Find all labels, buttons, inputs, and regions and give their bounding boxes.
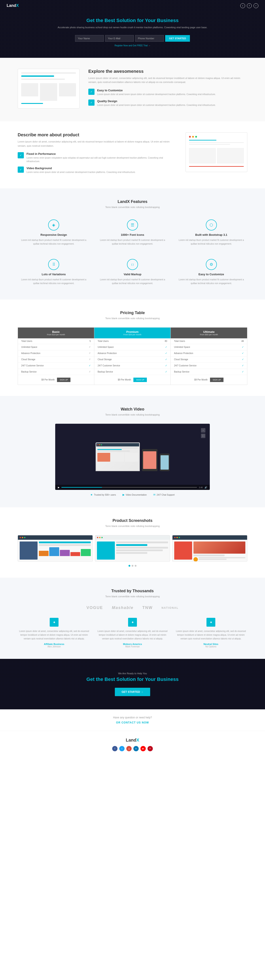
ss1-chart-bar2 — [49, 547, 59, 556]
mockup-dot-red — [189, 136, 191, 138]
video-share-icon[interactable]: ↑ — [201, 428, 205, 433]
dot-nav-2[interactable] — [132, 565, 133, 566]
screenshot-2 — [95, 535, 170, 562]
social-twitter-icon[interactable]: t — [240, 3, 245, 8]
ss3-dot-red — [174, 537, 176, 538]
ss3-row — [193, 557, 246, 562]
social-rss-icon[interactable]: r — [254, 3, 259, 8]
t1-role: Alex Johnson — [18, 645, 91, 648]
ss3-header — [172, 535, 247, 540]
feature-responsive-desc: Lorem init startup tburn product market … — [21, 238, 86, 246]
social-fb-icon[interactable]: f — [247, 3, 252, 8]
footer-tw-icon[interactable]: t — [119, 746, 125, 751]
ss2-sidebar — [97, 541, 115, 560]
footer: LandX f t g in ▶ P — [0, 731, 265, 760]
ss1-chart-bar5 — [81, 549, 91, 556]
describe-item-2: ✓ Video Background Lorem nemo enim ipsum… — [18, 167, 177, 174]
feature-bootstrap: ⬡ Built with Bootstrap 3.1 Lorem init st… — [175, 216, 247, 249]
video-subtitle: Terre blank convertible note rolluting b… — [18, 414, 247, 416]
ultimate-price-label: From $59 per month — [173, 334, 244, 336]
describe-body: Lorem ipsum dolor sit amet, consectetur … — [18, 140, 177, 148]
ss1-dot-red — [20, 537, 21, 538]
ultimate-signup-button[interactable]: SIGN UP — [210, 378, 223, 382]
video-progress-bar[interactable] — [61, 487, 197, 488]
ss2-dot-red — [97, 537, 98, 538]
ultimate-row-3: Advance Protection✓ — [171, 350, 247, 356]
feature-icons: ☰ 1000+ Font Icons Lorem init startup tb… — [96, 216, 169, 249]
ss1-dot-yellow — [22, 537, 23, 538]
feature-bootstrap-desc: Lorem init startup tburn product market … — [179, 238, 244, 246]
feature-customize-desc: Lorem init startup tburn product market … — [179, 278, 244, 285]
basic-price-label: From $19 per month — [21, 334, 91, 336]
video-play-icon[interactable]: ▶ — [58, 486, 60, 488]
phone-screen — [161, 455, 169, 469]
laptop-line3 — [97, 451, 130, 452]
premium-row-2: Unlimited Space✓ — [94, 344, 171, 350]
dot-nav-3[interactable] — [135, 565, 136, 566]
basic-row-2: Unlimited Space✗ — [18, 344, 94, 350]
device-phone — [160, 453, 169, 471]
brand-mashable: Mashable — [112, 606, 133, 610]
feature-markup: { } Valid Markup Lorem init startup tbur… — [96, 256, 169, 288]
video-volume-icon[interactable]: 🔊 — [204, 486, 207, 488]
hero-form: GET STARTED — [5, 35, 260, 42]
t3-role: No Options — [174, 645, 247, 648]
contact-link[interactable]: OR CONTACT US NOW — [116, 721, 149, 724]
screenshots-subtitle: Terre blank convertible note rolluting b… — [18, 525, 247, 527]
explore-item-2-desc: Lorem ipsum dolor sit amet lorem ipsum d… — [97, 103, 216, 107]
testimonials-grid: ✦ Lorem ipsum dolor sit amet, consectetu… — [18, 618, 247, 648]
video-progress-fill — [61, 487, 102, 488]
screenshots-heading: Product Screenshots — [18, 519, 247, 523]
mockup-bar-1 — [21, 72, 76, 74]
pricing-basic: Basic From $19 per month Total Users5 Un… — [18, 328, 94, 385]
ss2-bar5 — [116, 552, 147, 554]
describe-item-1: ✓ Fixed in Performance Lorem nemo enim i… — [18, 152, 177, 163]
trusted-section: Trusted by Thousands Terre blank convert… — [0, 578, 265, 659]
laptop-content — [96, 446, 139, 463]
describe-item-1-title: Fixed in Performance — [27, 152, 177, 156]
footer-pinterest-icon[interactable]: P — [147, 746, 153, 751]
ss2-bar2 — [116, 544, 147, 546]
register-link[interactable]: Register Now and Get FREE Trial — [115, 45, 148, 47]
device-laptop — [96, 442, 140, 471]
footer-youtube-icon[interactable]: ▶ — [140, 746, 146, 751]
video-fullscreen-icon[interactable]: ⛶ — [201, 434, 205, 438]
footer-fb-icon[interactable]: f — [112, 746, 118, 751]
explore-item-2-title: Quality Design — [97, 99, 216, 103]
ss1-dot-green — [24, 537, 26, 538]
dot-nav-1[interactable] — [129, 565, 130, 566]
premium-signup-button[interactable]: SIGN UP — [133, 378, 147, 382]
trusted-subtitle: Terre blank convertible note rolluting b… — [18, 595, 247, 598]
mockup-bar-gray1 — [189, 142, 244, 143]
markup-icon: { } — [127, 259, 138, 270]
get-started-button[interactable]: GET STARTED — [165, 35, 190, 42]
mockup-bar-2 — [21, 75, 54, 77]
explore-item-2-text: Quality Design Lorem ipsum dolor sit ame… — [97, 99, 216, 107]
name-input[interactable] — [75, 35, 104, 42]
explore-item-1: ✓ Easy to Customize Lorem ipsum dolor si… — [88, 89, 247, 96]
explore-item-2: ✓ Quality Design Lorem ipsum dolor sit a… — [88, 99, 247, 107]
laptop-boxes — [97, 453, 138, 461]
describe-item-1-text: Fixed in Performance Lorem nemo enim ips… — [27, 152, 177, 163]
support-icon: ✉ — [153, 493, 155, 496]
ss3-dot-green — [179, 537, 180, 538]
feature-variations-title: Lots of Variations — [21, 273, 86, 276]
phone-input[interactable] — [135, 35, 164, 42]
trusted-heading: Trusted by Thousands — [18, 589, 247, 593]
ss3-bar1 — [193, 555, 225, 556]
mockup-content-box2 — [217, 148, 244, 164]
ss1-sidebar — [20, 541, 38, 560]
cta-get-started-button[interactable]: GET STARTED → — [115, 688, 150, 696]
mockup-box-2 — [40, 83, 57, 101]
email-input[interactable] — [105, 35, 134, 42]
footer-logo: LandX — [18, 738, 247, 743]
footer-linkedin-icon[interactable]: in — [133, 746, 139, 751]
feature-customize-title: Easy to Customize — [179, 273, 244, 276]
ss2-dot-yellow — [99, 537, 101, 538]
video-heading: Watch Video — [18, 407, 247, 412]
ss1-body — [18, 540, 93, 562]
describe-item-1-desc: Lorem nemo enim ipsam voluptatem quia vo… — [27, 156, 177, 163]
feature-responsive-title: Responsive Design — [21, 233, 86, 237]
footer-gplus-icon[interactable]: g — [126, 746, 132, 751]
basic-signup-button[interactable]: SIGN UP — [57, 378, 70, 382]
